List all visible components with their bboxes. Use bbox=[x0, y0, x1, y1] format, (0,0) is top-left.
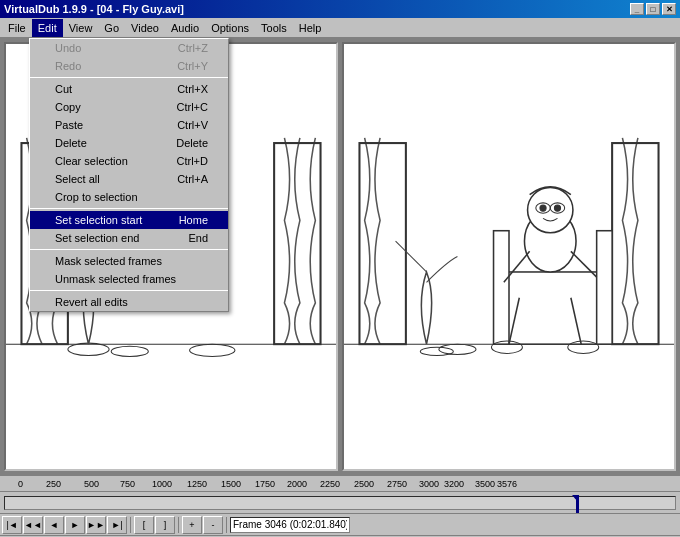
go-start-button[interactable]: |◄ bbox=[2, 516, 22, 534]
ruler-mark-750: 750 bbox=[120, 479, 135, 489]
title-bar-buttons: _ □ ✕ bbox=[630, 3, 676, 15]
menu-item-clear-selection[interactable]: Clear selection Ctrl+D bbox=[30, 152, 228, 170]
ruler-mark-3000: 3000 bbox=[419, 479, 439, 489]
ruler-mark-3200: 3200 bbox=[444, 479, 464, 489]
ruler-mark-1750: 1750 bbox=[255, 479, 275, 489]
copy-label: Copy bbox=[55, 101, 81, 113]
clear-selection-label: Clear selection bbox=[55, 155, 128, 167]
menu-view[interactable]: View bbox=[63, 19, 99, 37]
crop-to-selection-label: Crop to selection bbox=[55, 191, 138, 203]
svg-rect-11 bbox=[499, 272, 602, 344]
prev-frame-button[interactable]: ◄ bbox=[44, 516, 64, 534]
menu-item-delete[interactable]: Delete Delete bbox=[30, 134, 228, 152]
set-selection-end-label: Set selection end bbox=[55, 232, 139, 244]
menu-video[interactable]: Video bbox=[125, 19, 165, 37]
menu-item-set-selection-start[interactable]: Set selection start Home bbox=[30, 211, 228, 229]
next-frame-button[interactable]: ► bbox=[65, 516, 85, 534]
delete-label: Delete bbox=[55, 137, 87, 149]
video-panel-right bbox=[342, 42, 676, 471]
menu-item-mask-selected[interactable]: Mask selected frames bbox=[30, 252, 228, 270]
menu-item-copy[interactable]: Copy Ctrl+C bbox=[30, 98, 228, 116]
revert-all-label: Revert all edits bbox=[55, 296, 128, 308]
ruler-mark-0: 0 bbox=[18, 479, 23, 489]
menu-item-undo[interactable]: Undo Ctrl+Z bbox=[30, 39, 228, 57]
paste-shortcut: Ctrl+V bbox=[177, 119, 208, 131]
select-all-shortcut: Ctrl+A bbox=[177, 173, 208, 185]
ruler-mark-1000: 1000 bbox=[152, 479, 172, 489]
cut-shortcut: Ctrl+X bbox=[177, 83, 208, 95]
redo-shortcut: Ctrl+Y bbox=[177, 60, 208, 72]
menu-audio[interactable]: Audio bbox=[165, 19, 205, 37]
minimize-button[interactable]: _ bbox=[630, 3, 644, 15]
separator-2 bbox=[30, 208, 228, 209]
svg-rect-13 bbox=[597, 231, 612, 344]
menu-file[interactable]: File bbox=[2, 19, 32, 37]
timeline-area[interactable] bbox=[0, 491, 680, 513]
mark-out-button[interactable]: ] bbox=[155, 516, 175, 534]
ruler-mark-1500: 1500 bbox=[221, 479, 241, 489]
set-selection-start-shortcut: Home bbox=[179, 214, 208, 226]
maximize-button[interactable]: □ bbox=[646, 3, 660, 15]
menu-item-redo[interactable]: Redo Ctrl+Y bbox=[30, 57, 228, 75]
menu-edit[interactable]: Edit bbox=[32, 19, 63, 37]
ruler-mark-3576: 3576 bbox=[497, 479, 517, 489]
unmask-selected-label: Unmask selected frames bbox=[55, 273, 176, 285]
close-button[interactable]: ✕ bbox=[662, 3, 676, 15]
set-selection-end-shortcut: End bbox=[188, 232, 208, 244]
toolbar-separator-3 bbox=[226, 517, 227, 533]
window-title: VirtualDub 1.9.9 - [04 - Fly Guy.avi] bbox=[4, 3, 184, 15]
set-selection-start-label: Set selection start bbox=[55, 214, 142, 226]
zoom-in-button[interactable]: + bbox=[182, 516, 202, 534]
menu-help[interactable]: Help bbox=[293, 19, 328, 37]
select-all-label: Select all bbox=[55, 173, 100, 185]
toolbar-separator-1 bbox=[130, 517, 131, 533]
separator-4 bbox=[30, 290, 228, 291]
menu-options[interactable]: Options bbox=[205, 19, 255, 37]
edit-dropdown-menu: Undo Ctrl+Z Redo Ctrl+Y Cut Ctrl+X Copy … bbox=[29, 38, 229, 312]
ruler-mark-2250: 2250 bbox=[320, 479, 340, 489]
ruler-mark-3500: 3500 bbox=[475, 479, 495, 489]
ruler-mark-2000: 2000 bbox=[287, 479, 307, 489]
ruler-mark-500: 500 bbox=[84, 479, 99, 489]
ruler-mark-1250: 1250 bbox=[187, 479, 207, 489]
zoom-out-button[interactable]: - bbox=[203, 516, 223, 534]
frame-input[interactable] bbox=[230, 517, 350, 533]
svg-point-16 bbox=[540, 205, 546, 211]
ruler-mark-2750: 2750 bbox=[387, 479, 407, 489]
paste-label: Paste bbox=[55, 119, 83, 131]
separator-3 bbox=[30, 249, 228, 250]
toolbar-separator-2 bbox=[178, 517, 179, 533]
redo-label: Redo bbox=[55, 60, 81, 72]
title-bar: VirtualDub 1.9.9 - [04 - Fly Guy.avi] _ … bbox=[0, 0, 680, 18]
menu-item-set-selection-end[interactable]: Set selection end End bbox=[30, 229, 228, 247]
prev-keyframe-button[interactable]: ◄◄ bbox=[23, 516, 43, 534]
cut-label: Cut bbox=[55, 83, 72, 95]
undo-shortcut: Ctrl+Z bbox=[178, 42, 208, 54]
svg-point-17 bbox=[554, 205, 560, 211]
delete-shortcut: Delete bbox=[176, 137, 208, 149]
menu-item-unmask-selected[interactable]: Unmask selected frames bbox=[30, 270, 228, 288]
menu-item-cut[interactable]: Cut Ctrl+X bbox=[30, 80, 228, 98]
mask-selected-label: Mask selected frames bbox=[55, 255, 162, 267]
menu-item-revert-all[interactable]: Revert all edits bbox=[30, 293, 228, 311]
separator-1 bbox=[30, 77, 228, 78]
menu-bar: File Edit View Go Video Audio Options To… bbox=[0, 18, 680, 38]
menu-item-crop-to-selection[interactable]: Crop to selection bbox=[30, 188, 228, 206]
menu-item-paste[interactable]: Paste Ctrl+V bbox=[30, 116, 228, 134]
menu-item-select-all[interactable]: Select all Ctrl+A bbox=[30, 170, 228, 188]
go-end-button[interactable]: ►| bbox=[107, 516, 127, 534]
clear-selection-shortcut: Ctrl+D bbox=[177, 155, 208, 167]
toolbar: |◄ ◄◄ ◄ ► ►► ►| [ ] + - bbox=[0, 513, 680, 535]
timeline-ruler: 0 250 500 750 1000 1250 1500 1750 2000 2… bbox=[0, 475, 680, 491]
menu-go[interactable]: Go bbox=[98, 19, 125, 37]
next-keyframe-button[interactable]: ►► bbox=[86, 516, 106, 534]
svg-rect-12 bbox=[494, 231, 509, 344]
menu-tools[interactable]: Tools bbox=[255, 19, 293, 37]
ruler-mark-250: 250 bbox=[46, 479, 61, 489]
copy-shortcut: Ctrl+C bbox=[177, 101, 208, 113]
ruler-mark-2500: 2500 bbox=[354, 479, 374, 489]
mark-in-button[interactable]: [ bbox=[134, 516, 154, 534]
undo-label: Undo bbox=[55, 42, 81, 54]
